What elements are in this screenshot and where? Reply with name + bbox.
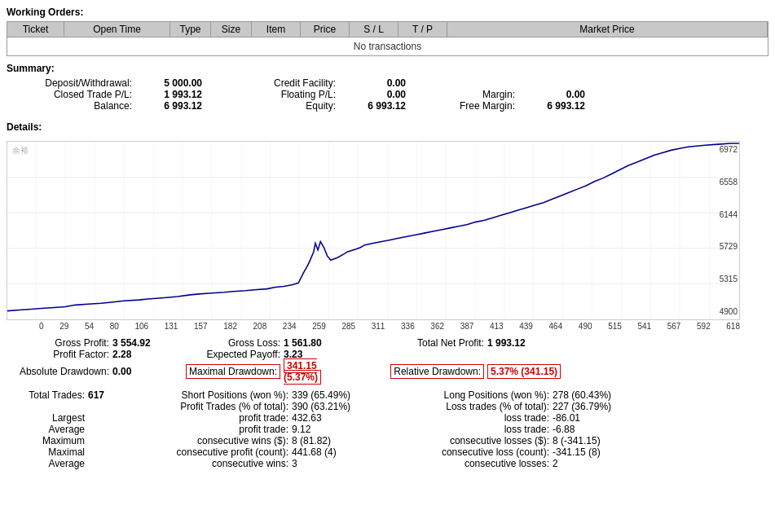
total-net-profit-label: Total Net Profit:: [357, 337, 487, 349]
absolute-drawdown-value: 0.00: [112, 360, 178, 383]
x-618: 618: [726, 322, 740, 331]
relative-drawdown-label: Relative Drawdown:: [357, 360, 487, 383]
maximal-label: Maximal: [7, 446, 88, 458]
largest-loss-trade-label: loss trade:: [390, 412, 553, 424]
closed-trade-pl-label: Closed Trade P/L:: [7, 89, 137, 100]
maximal-drawdown-label: Maximal Drawdown:: [178, 360, 284, 383]
balance-label: Balance:: [7, 100, 137, 112]
maximal-consec-loss-label: consecutive loss (count):: [390, 446, 553, 458]
x-182: 182: [223, 322, 237, 331]
x-567: 567: [667, 322, 681, 331]
avg-consec-losses-label: consecutive losses:: [390, 458, 553, 469]
total-net-profit-value: 1 993.12: [487, 337, 768, 349]
trade-stats-section: Total Trades: 617 Short Positions (won %…: [7, 389, 768, 469]
details-section: Details: 余裕: [7, 121, 768, 331]
col-item: Item: [252, 22, 301, 37]
floating-pl-value: 0.00: [341, 89, 406, 100]
col-sl: S / L: [350, 22, 399, 37]
chart-y-labels: 6972 6558 6144 5729 5315 4900: [707, 142, 738, 319]
working-orders-title: Working Orders:: [7, 7, 768, 18]
x-285: 285: [341, 322, 355, 331]
y-label-6972: 6972: [707, 145, 738, 154]
x-362: 362: [430, 322, 444, 331]
profit-factor-value: 2.28: [112, 349, 178, 360]
average-loss-trade-label: loss trade:: [390, 424, 553, 435]
largest-label: Largest: [7, 412, 88, 424]
y-label-6558: 6558: [707, 178, 738, 187]
x-541: 541: [637, 322, 651, 331]
average-profit-trade-label: profit trade:: [129, 424, 292, 435]
no-transactions-message: No transactions: [7, 37, 768, 56]
x-592: 592: [697, 322, 711, 331]
x-439: 439: [519, 322, 533, 331]
profit-trades-value: 390 (63.21%): [292, 401, 390, 412]
working-orders-section: Working Orders: Ticket Open Time Type Si…: [7, 7, 768, 56]
long-positions-label: Long Positions (won %):: [390, 389, 553, 401]
x-387: 387: [460, 322, 474, 331]
col-size: Size: [211, 22, 252, 37]
profit-factor-label: Profit Factor:: [7, 349, 112, 360]
balance-value: 6 993.12: [137, 100, 202, 112]
chart-watermark: 余裕: [12, 145, 29, 156]
largest-profit-trade-value: 432.63: [292, 412, 390, 424]
y-label-6144: 6144: [707, 210, 738, 219]
total-trades-label: Total Trades:: [7, 389, 88, 401]
credit-facility-value: 0.00: [341, 77, 406, 89]
col-price: Price: [301, 22, 350, 37]
expected-payoff-label: Expected Payoff:: [178, 349, 284, 360]
y-label-5315: 5315: [707, 275, 738, 284]
summary-section: Summary: Deposit/Withdrawal: 5 000.00 Cr…: [7, 63, 768, 112]
avg-consec-wins-label: consecutive wins:: [129, 458, 292, 469]
max-consec-wins-value: 8 (81.82): [292, 435, 390, 446]
chart-container: 余裕: [7, 141, 740, 320]
average-profit-trade-value: 9.12: [292, 424, 390, 435]
short-positions-value: 339 (65.49%): [292, 389, 390, 401]
max-consec-losses-value: 8 (-341.15): [553, 435, 768, 446]
equity-label: Equity:: [235, 100, 341, 112]
deposit-withdrawal-value: 5 000.00: [137, 77, 202, 89]
maximum-label: Maximum: [7, 435, 88, 446]
x-29: 29: [59, 322, 68, 331]
margin-value: 0.00: [520, 89, 585, 100]
average2-label: Average: [7, 458, 88, 469]
col-type: Type: [170, 22, 211, 37]
gross-stats-section: Gross Profit: 3 554.92 Gross Loss: 1 561…: [7, 337, 768, 383]
floating-pl-label: Floating P/L:: [235, 89, 341, 100]
long-positions-value: 278 (60.43%): [553, 389, 768, 401]
x-515: 515: [608, 322, 622, 331]
total-trades-value: 617: [88, 389, 129, 401]
max-consec-wins-label: consecutive wins ($):: [129, 435, 292, 446]
x-336: 336: [401, 322, 415, 331]
maximal-consec-profit-label: consecutive profit (count):: [129, 446, 292, 458]
credit-facility-label: Credit Facility:: [235, 77, 341, 89]
col-market-price: Market Price: [447, 22, 768, 37]
short-positions-label: Short Positions (won %):: [129, 389, 292, 401]
closed-trade-pl-value: 1 993.12: [137, 89, 202, 100]
x-464: 464: [549, 322, 563, 331]
maximal-drawdown-value: 341.15 (5.37%): [284, 360, 357, 383]
col-tp: T / P: [399, 22, 447, 37]
free-margin-value: 6 993.12: [520, 100, 585, 112]
gross-loss-label: Gross Loss:: [178, 337, 284, 349]
chart-x-labels: 0 29 54 80 106 131 157 182 208 234 259 2…: [39, 322, 740, 331]
maximal-consec-profit-value: 441.68 (4): [292, 446, 390, 458]
x-490: 490: [579, 322, 592, 331]
gross-profit-value: 3 554.92: [112, 337, 178, 349]
x-208: 208: [253, 322, 267, 331]
summary-title: Summary:: [7, 63, 768, 74]
x-106: 106: [134, 322, 148, 331]
x-54: 54: [85, 322, 94, 331]
gross-profit-label: Gross Profit:: [7, 337, 112, 349]
x-234: 234: [283, 322, 297, 331]
relative-drawdown-value: 5.37% (341.15): [487, 360, 768, 383]
x-259: 259: [312, 322, 326, 331]
largest-loss-trade-value: -86.01: [553, 412, 768, 424]
y-label-4900: 4900: [707, 307, 738, 316]
x-80: 80: [110, 322, 119, 331]
col-ticket: Ticket: [7, 22, 64, 37]
free-margin-label: Free Margin:: [438, 100, 520, 112]
col-opentime: Open Time: [64, 22, 170, 37]
maximal-consec-loss-value: -341.15 (8): [553, 446, 768, 458]
chart-svg: [7, 142, 739, 319]
margin-label: Margin:: [438, 89, 520, 100]
